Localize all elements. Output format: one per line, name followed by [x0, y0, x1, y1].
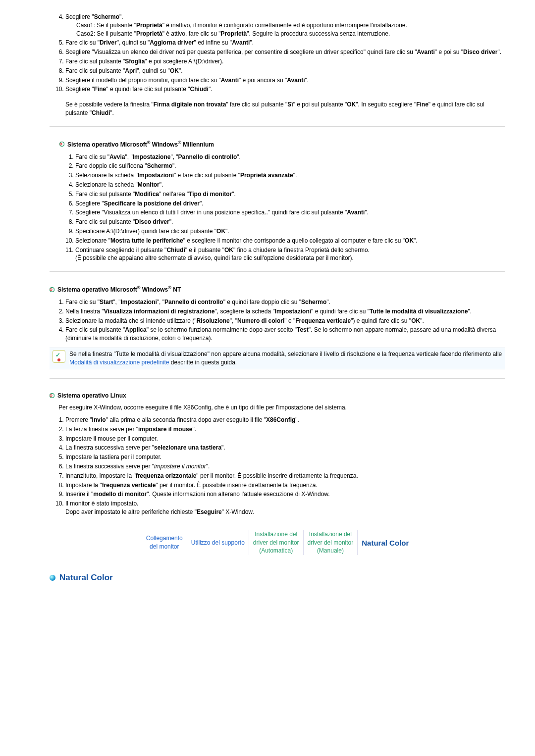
text: Windows [140, 286, 168, 293]
bold: Proprietà avanzate [240, 172, 293, 179]
bold: Schermo [94, 13, 119, 20]
intro-paragraph: Per eseguire X-Window, occorre eseguire … [58, 403, 505, 412]
nav-link-connection[interactable]: Collegamento del monitor [142, 530, 187, 555]
text: " per il monitor. È possibile inserire d… [156, 482, 317, 489]
text: ". [179, 67, 183, 74]
text: ". [200, 200, 204, 207]
list-item: Inserire il "modello di monitor". Queste… [65, 490, 505, 499]
bold: Avanti [347, 209, 365, 216]
nav-label: (Manuale) [317, 547, 344, 554]
bold: Visualizza informazioni di registrazione [104, 308, 215, 315]
text: " e poi sul pulsante " [293, 101, 347, 108]
text: Dopo aver impostato le altre periferiche… [65, 508, 197, 515]
nav-link-install-manual[interactable]: Installazione del driver del monitor (Ma… [303, 530, 358, 555]
text: ", " [157, 299, 164, 305]
bold: Specificare la posizione del driver [104, 200, 200, 207]
text: Fare clic sul pulsante " [65, 58, 125, 65]
text: ") e quindi fare clic su " [351, 317, 411, 324]
bold: Aggiorna driver [150, 39, 194, 46]
list-item: Scegliere "Fine" e quindi fare clic sul … [65, 85, 505, 117]
text: ", " [125, 153, 133, 160]
bold: Proprietà [136, 30, 162, 37]
text: Nella finestra " [65, 308, 104, 315]
bold: OK [405, 237, 414, 244]
text: Sistema operativo Microsoft [57, 286, 137, 293]
bold: OK [411, 317, 420, 324]
bold: Eseguire [197, 508, 222, 515]
text: " e scegliere il monitor che corrisponde… [183, 237, 405, 244]
bold: Chiudi [92, 109, 110, 116]
nav-label: Utilizzo del supporto [191, 539, 245, 546]
bold: OK [224, 247, 233, 253]
text: " e " [284, 317, 295, 324]
text: Se nella finestra "Tutte le modalità di … [69, 351, 502, 357]
text: ". [237, 153, 241, 160]
text: " e poi su " [435, 49, 463, 55]
text: ". [110, 109, 114, 116]
text: " e quindi fare clic su " [311, 308, 370, 315]
list-item: Scegliere il modello del proprio monitor… [65, 76, 505, 85]
text: La terza finestra serve per " [65, 426, 138, 433]
text: Scegliere il modello del proprio monitor… [65, 77, 221, 84]
bold: OK [347, 101, 356, 108]
bold: Apri [125, 67, 137, 74]
bold: Sì [287, 101, 293, 108]
parenthetical: (È possibile che appaiano altre schermat… [75, 254, 505, 262]
text: ". [414, 237, 418, 244]
text: Inserire il " [65, 491, 93, 498]
subtext: Caso2: Se il pulsante "Proprietà" è atti… [65, 30, 505, 38]
footer-nav: Collegamento del monitor Utilizzo del su… [142, 530, 413, 555]
text: Impostare la tastiera per il computer. [65, 454, 161, 460]
text: ". [225, 228, 229, 235]
text: Impostare la " [65, 482, 102, 489]
bold: Risoluzione [196, 317, 229, 324]
text: ". Queste informazioni non alterano l'at… [147, 491, 329, 498]
list-item: Fare clic sul pulsante "Disco driver". [75, 218, 505, 226]
text: ". [192, 426, 196, 433]
text: ", " [230, 317, 237, 324]
bold: Chiudi [166, 247, 185, 253]
text: ". [206, 463, 210, 470]
text: Specificare A:\(D:\driver) quindi fare c… [75, 228, 216, 235]
nav-label: Installazione del [309, 531, 352, 538]
text: " ed infine su " [194, 39, 232, 46]
swirl-icon [50, 393, 54, 398]
divider [50, 271, 505, 272]
text: Premere " [65, 416, 92, 423]
nav-link-install-auto[interactable]: Installazione del driver del monitor (Au… [249, 530, 303, 555]
text: " e il pulsante " [185, 247, 224, 253]
text: Selezionare la modalità che si intende u… [65, 317, 196, 324]
bold: X86Config [266, 416, 295, 423]
bold: Mostra tutte le periferiche [110, 237, 183, 244]
list-item: Fare clic sul pulsante "Apri", quindi su… [65, 67, 505, 75]
nav-label: driver del monitor [253, 539, 299, 546]
nav-label: (Automatica) [259, 547, 293, 554]
nav-label: Installazione del [255, 531, 297, 538]
text: ". Seguire la procedura successiva senza… [247, 30, 390, 37]
text: " se lo schermo funziona normalmente dop… [147, 326, 297, 333]
registered-icon: ® [168, 285, 171, 290]
bold: Impostazioni [138, 172, 174, 179]
instruction-list-1: Scegliere "Schermo". Caso1: Se il pulsan… [50, 13, 505, 117]
text: ". [326, 299, 330, 305]
list-item: Fare clic sul pulsante "Applica" se lo s… [65, 326, 505, 343]
text: " è inattivo, il monitor è configurato c… [162, 22, 407, 29]
text: Fare clic sul pulsante " [75, 218, 135, 225]
text: " fino a chiudere la finestra Proprietà … [233, 247, 370, 253]
text: ". [232, 191, 236, 198]
list-item: Impostare la tastiera per il computer. [65, 453, 505, 461]
heading-nt: Sistema operativo Microsoft® Windows® NT [50, 285, 505, 294]
nav-link-natural-color[interactable]: Natural Color [358, 530, 413, 555]
nav-link-support[interactable]: Utilizzo del supporto [187, 530, 249, 555]
text: " e quindi fare clic sul pulsante " [106, 86, 190, 93]
italic: impostare il monitor [154, 463, 206, 470]
text: Scegliere " [65, 13, 94, 20]
instruction-list-2: Fare clic su "Avvia", "Impostazione", "P… [59, 153, 505, 263]
text: Fare clic su " [65, 39, 100, 46]
list-item: Fare clic su "Avvia", "Impostazione", "P… [75, 153, 505, 161]
bold: Schermo [147, 162, 172, 169]
list-item: Premere "Invio" alla prima e alla second… [65, 416, 505, 424]
text: " X-Window. [222, 508, 254, 515]
heading-text: Sistema operativo Microsoft® Windows® Mi… [67, 140, 214, 149]
preset-modes-link[interactable]: Modalità di visualizzazione predefinite [69, 359, 169, 366]
